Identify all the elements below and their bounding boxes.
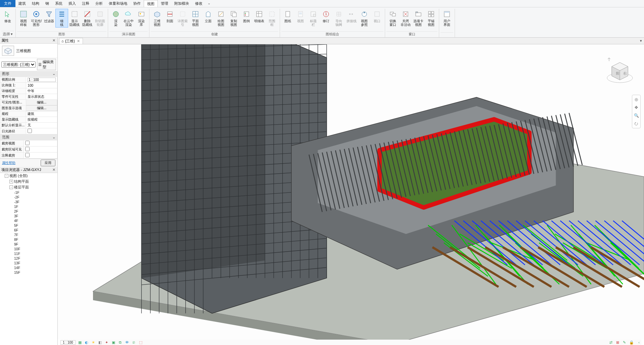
apply-button[interactable]: 应用 bbox=[41, 160, 55, 166]
browser-floor-item[interactable]: 3F bbox=[14, 214, 57, 218]
prop-checkbox[interactable] bbox=[25, 153, 30, 157]
ribbon-template-button[interactable]: 视图 样板 bbox=[17, 9, 30, 28]
tab-manage[interactable]: 管理 bbox=[158, 0, 171, 7]
constraints-icon[interactable]: 🔒 bbox=[629, 340, 635, 345]
prop-value[interactable]: 显示原状态 bbox=[26, 94, 57, 100]
browser-floor-item[interactable]: -2F bbox=[14, 195, 57, 200]
chevron-down-icon[interactable]: ▾ bbox=[11, 32, 13, 36]
properties-help-link[interactable]: 属性帮助 bbox=[2, 161, 15, 165]
tab-systems[interactable]: 系统 bbox=[52, 0, 65, 7]
ribbon-dupview-button[interactable]: 复制 视图 bbox=[227, 9, 240, 28]
tab-view[interactable]: 视图 bbox=[144, 0, 158, 7]
ribbon-showhidden-button[interactable]: 显示 隐藏线 bbox=[68, 9, 81, 28]
ribbon-filters-button[interactable]: 过滤器 bbox=[43, 9, 55, 24]
tab-annotate[interactable]: 注释 bbox=[79, 0, 92, 7]
ribbon-switchwin-button[interactable]: 切换 窗口 bbox=[386, 9, 399, 28]
prop-value[interactable] bbox=[24, 153, 57, 159]
ribbon-gallery-button[interactable]: 渲染 库 bbox=[135, 9, 148, 28]
views-root[interactable]: 视图 (全部) bbox=[9, 173, 28, 178]
edit-type-button[interactable]: ☰编辑类型 bbox=[37, 59, 56, 70]
ribbon-3dview-button[interactable]: 三维 视图 bbox=[151, 9, 164, 28]
prop-value[interactable]: 按规程 bbox=[26, 117, 57, 123]
browser-floor-item[interactable]: 1F bbox=[14, 204, 57, 209]
prop-value[interactable] bbox=[26, 128, 57, 134]
ribbon-removehidden-button[interactable]: 删除 隐藏线 bbox=[81, 9, 94, 28]
zoom-icon[interactable]: 🔍 bbox=[633, 113, 639, 119]
browser-floor-item[interactable]: -3F bbox=[14, 200, 57, 204]
ribbon-legend-button[interactable]: 图例 bbox=[240, 9, 253, 24]
browser-floor-item[interactable]: 6F bbox=[14, 228, 57, 232]
ribbon-elevation-button[interactable]: 立面 bbox=[202, 9, 215, 24]
detail-level-icon[interactable]: ▦ bbox=[78, 340, 82, 345]
prop-checkbox[interactable] bbox=[28, 129, 32, 133]
prop-value[interactable]: 编辑... bbox=[26, 100, 57, 105]
browser-floor-item[interactable]: 10F bbox=[14, 247, 57, 251]
prop-value[interactable]: 中等 bbox=[26, 88, 57, 94]
worksharing-icon[interactable]: ⇄ bbox=[608, 340, 613, 345]
steering-wheel-icon[interactable]: ◎ bbox=[633, 96, 639, 102]
tab-massingsite[interactable]: 体量和场地 bbox=[106, 0, 130, 7]
tab-collaborate[interactable]: 协作 bbox=[130, 0, 144, 7]
close-icon[interactable]: ✕ bbox=[51, 38, 56, 43]
temporary-hide-icon[interactable]: ⎚ bbox=[132, 340, 136, 345]
browser-floor-item[interactable]: 9F bbox=[14, 242, 57, 247]
browser-floor-item[interactable]: 14F bbox=[14, 265, 57, 270]
ribbon-planview-button[interactable]: 平面 视图 bbox=[189, 9, 202, 28]
orbit-icon[interactable]: ⭮ bbox=[633, 121, 639, 127]
more-icon[interactable]: ‹ bbox=[637, 340, 641, 345]
ribbon-ui-button[interactable]: 用户 界面 bbox=[441, 9, 453, 28]
browser-floor-item[interactable]: 4F bbox=[14, 218, 57, 223]
browser-struct[interactable]: 结构平面 bbox=[14, 179, 29, 184]
browser-floor-item[interactable]: 13F bbox=[14, 261, 57, 265]
prop-value[interactable] bbox=[26, 77, 57, 83]
prop-value[interactable] bbox=[24, 146, 57, 153]
close-icon[interactable]: ✕ bbox=[76, 39, 81, 43]
tab-analyze[interactable]: 分析 bbox=[92, 0, 106, 7]
section-extents[interactable]: 范围⌄ bbox=[0, 134, 57, 140]
close-icon[interactable]: ✕ bbox=[51, 168, 56, 172]
prop-checkbox[interactable] bbox=[25, 147, 30, 151]
ribbon-render-button[interactable]: 渲 染 bbox=[109, 9, 122, 28]
collapse-icon[interactable]: - bbox=[5, 174, 8, 178]
ribbon-thinlines-button[interactable]: 细 线 bbox=[55, 9, 68, 28]
prop-checkbox[interactable] bbox=[25, 141, 30, 145]
tab-addins[interactable]: 附加模块 bbox=[171, 0, 192, 7]
browser-floor-item[interactable]: 15F bbox=[14, 270, 57, 275]
ribbon-drafting-button[interactable]: 绘图 视图 bbox=[215, 9, 227, 28]
file-tab[interactable]: 文件 bbox=[0, 0, 15, 7]
ribbon-cloudrender-button[interactable]: 在云中 渲染 bbox=[122, 9, 135, 28]
analytical-icon[interactable]: ⊞ bbox=[615, 340, 620, 345]
highlight-icon[interactable]: ✎ bbox=[622, 340, 627, 345]
crop-icon[interactable]: ▣ bbox=[111, 340, 116, 345]
tab-architecture[interactable]: 建筑 bbox=[15, 0, 29, 7]
crop-region-icon[interactable]: ⧉ bbox=[118, 340, 123, 345]
unhide-icon[interactable]: 👁 bbox=[125, 340, 130, 345]
view-cube[interactable]: 前 右 bbox=[606, 58, 634, 86]
ribbon-section-button[interactable]: 剖面 bbox=[164, 9, 176, 24]
browser-floor-item[interactable]: 2F bbox=[14, 209, 57, 214]
prop-value[interactable]: 建筑 bbox=[26, 111, 57, 117]
ribbon-tabviews-button[interactable]: 选项卡 视图 bbox=[412, 9, 425, 28]
ribbon-closehidden-button[interactable]: 关闭 非活动 bbox=[399, 9, 412, 28]
prop-value[interactable]: 无 bbox=[26, 123, 57, 128]
ribbon-toggle[interactable]: ⌄ bbox=[205, 0, 213, 7]
expand-icon[interactable]: + bbox=[9, 180, 13, 183]
project-browser[interactable]: - 视图 (全部) + 结构平面 - 楼层平面 -1F-2F-3F1F2F3F4… bbox=[0, 173, 57, 345]
view-scale[interactable]: 1 : 100 bbox=[60, 340, 76, 345]
browser-floor-item[interactable]: -1F bbox=[14, 190, 57, 195]
modify-button[interactable]: 修改 bbox=[1, 9, 14, 24]
ribbon-tileviews-button[interactable]: 平铺 视图 bbox=[425, 9, 438, 28]
ribbon-visibility-button[interactable]: 可见性/ 图形 bbox=[30, 9, 43, 28]
prop-value[interactable] bbox=[24, 140, 57, 146]
prop-value[interactable]: 编辑... bbox=[26, 105, 57, 111]
tab-modify[interactable]: 修改 bbox=[192, 0, 205, 7]
browser-floor-item[interactable]: 5F bbox=[14, 223, 57, 228]
browser-floor-item[interactable]: 12F bbox=[14, 256, 57, 261]
ribbon-schedule-button[interactable]: 明细表 bbox=[253, 9, 266, 24]
tabs-options[interactable]: ▾ bbox=[638, 39, 644, 43]
type-selector[interactable]: 三维视图 bbox=[0, 44, 57, 58]
browser-floor-item[interactable]: 11F bbox=[14, 251, 57, 256]
render-icon[interactable]: ✦ bbox=[104, 340, 109, 345]
tab-steel[interactable]: 钢 bbox=[42, 0, 52, 7]
visual-style-icon[interactable]: ◐ bbox=[84, 340, 89, 345]
